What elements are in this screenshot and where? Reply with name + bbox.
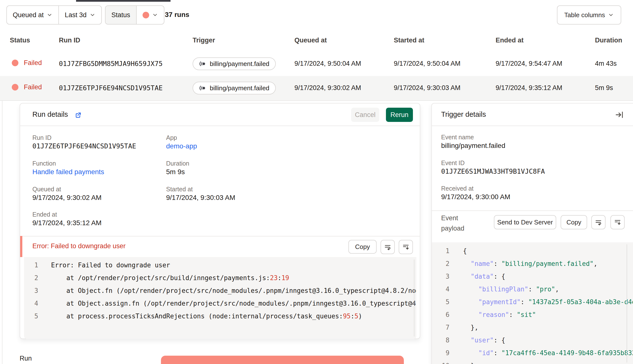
status-badge: Failed: [12, 59, 42, 67]
failed-status-dot: [12, 84, 18, 90]
json-string-value: "sit": [517, 311, 536, 318]
json-punct: :: [494, 260, 501, 267]
stack-line: 1Error: Failed to downgrade user: [34, 262, 170, 269]
trigger-event-name: billing/payment.failed: [210, 84, 270, 92]
copy-label: Copy: [355, 243, 370, 251]
run-details-title: Run details: [32, 110, 68, 118]
queued-at-cell: 9/17/2024, 9:50:04 AM: [294, 60, 361, 68]
time-range-filter-label: Last 3d: [65, 11, 86, 19]
chevron-down-icon: [90, 12, 96, 18]
json-punct: }: [463, 362, 474, 364]
stack-text: at /opt/render/project/src/build/inngest…: [51, 274, 270, 282]
table-row[interactable]: Failed 01J7ZFBG5DMM85MJA9H659JX75 billin…: [0, 52, 633, 76]
trigger-event-name: billing/payment.failed: [210, 60, 270, 68]
line-number: 4: [34, 300, 41, 307]
run-details-panel: Run details Cancel Rerun Run ID 01J7ZE6T…: [20, 103, 420, 339]
json-line: 8 "user": {: [438, 336, 505, 344]
json-key: "name": [470, 260, 494, 267]
stack-line: 2 at /opt/render/project/src/build/innge…: [34, 274, 289, 282]
cancel-button[interactable]: Cancel: [351, 108, 379, 122]
stack-text: at process.processTicksAndRejections (no…: [51, 312, 343, 320]
function-link[interactable]: Handle failed payments: [32, 168, 104, 176]
chevron-down-icon: [152, 12, 158, 18]
json-line: 2 "name": "billing/payment.failed",: [438, 260, 598, 267]
line-number: 10: [438, 362, 450, 364]
started-at-value: 9/17/2024, 9:30:03 AM: [166, 194, 235, 202]
rerun-button[interactable]: Rerun: [386, 108, 413, 122]
col-header-duration: Duration: [595, 36, 622, 44]
timeline-run-label: Run: [20, 355, 32, 362]
json-line: 9 "id": "17ca4ff6-45ea-4149-9b48-6fa935b…: [438, 349, 633, 357]
trigger-details-header: Trigger details: [432, 104, 633, 126]
ended-at-cell: 9/17/2024, 9:35:12 AM: [496, 84, 562, 92]
word-wrap-toggle-button[interactable]: [380, 240, 395, 254]
json-punct: ,: [555, 286, 559, 293]
json-string-value: "1437a25f-05a3-404a-ab3e-d4e6a8: [528, 298, 633, 306]
scroll-to-bottom-button[interactable]: [399, 240, 413, 254]
json-key: "reason": [478, 311, 509, 318]
status-filter-failed-dot: [142, 12, 149, 18]
json-punct: :: [509, 311, 517, 318]
col-header-run-id: Run ID: [59, 36, 80, 44]
json-punct: [463, 273, 470, 280]
json-punct: : {: [494, 273, 505, 280]
run-id-cell: 01J7ZE6TPJF6E94NCSD1V95TAE: [59, 84, 163, 92]
line-number: 2: [438, 260, 450, 267]
filter-toolbar: Queued at Last 3d Status 37 runs Table c…: [0, 0, 633, 31]
duration-cell: 4m 43s: [595, 60, 617, 68]
external-link-icon[interactable]: [74, 111, 82, 119]
json-punct: [463, 298, 478, 306]
copy-payload-button[interactable]: Copy: [560, 215, 587, 229]
stack-line: 3 at Object.fn (/opt/render/project/src/…: [34, 287, 416, 294]
app-link[interactable]: demo-app: [166, 142, 197, 150]
table-columns-button[interactable]: Table columns: [557, 6, 621, 24]
scroll-to-bottom-icon: [614, 218, 621, 226]
json-line: 7 },: [438, 324, 478, 331]
json-key: "data": [470, 273, 494, 280]
runs-count: 37 runs: [165, 11, 190, 19]
json-key: "paymentId": [478, 298, 521, 306]
table-row[interactable]: Failed 01J7ZE6TPJF6E94NCSD1V95TAE billin…: [0, 76, 633, 101]
queued-at-filter-dropdown[interactable]: Queued at: [7, 6, 58, 24]
word-wrap-toggle-button[interactable]: [591, 215, 606, 229]
line-number: 5: [34, 312, 41, 320]
status-text: Failed: [24, 59, 42, 67]
copy-error-button[interactable]: Copy: [348, 240, 376, 254]
started-at-cell: 9/17/2024, 9:30:03 AM: [394, 84, 460, 92]
stack-text: :: [350, 312, 354, 320]
scroll-to-bottom-button[interactable]: [610, 215, 625, 229]
trigger-badge[interactable]: billing/payment.failed: [192, 82, 276, 94]
line-number: 8: [438, 336, 450, 344]
json-key: "user": [470, 336, 494, 344]
line-number: 5: [438, 298, 450, 306]
stack-text: Error: Failed to downgrade user: [51, 262, 170, 269]
collapse-panel-icon[interactable]: [615, 110, 624, 119]
json-line: 10 }: [438, 362, 474, 364]
json-line: 3 "data": {: [438, 273, 505, 280]
trigger-badge[interactable]: billing/payment.failed: [192, 58, 276, 70]
status-filter-label-segment[interactable]: Status: [106, 6, 136, 24]
status-text: Failed: [24, 84, 42, 91]
json-key: "id": [478, 349, 494, 357]
status-filter-group: Status: [105, 6, 164, 24]
send-to-dev-server-button[interactable]: Send to Dev Server: [494, 215, 556, 229]
status-filter-value-dropdown[interactable]: [136, 6, 164, 24]
run-id-label: Run ID: [32, 134, 52, 141]
time-range-filter-dropdown[interactable]: Last 3d: [58, 6, 101, 24]
line-number: 1: [34, 262, 41, 269]
scrollbar[interactable]: [626, 244, 627, 362]
event-payload-label-line1: Event: [441, 214, 458, 222]
event-name-label: Event name: [441, 134, 474, 141]
ended-at-cell: 9/17/2024, 9:54:47 AM: [496, 60, 562, 68]
col-header-ended-at: Ended at: [496, 36, 524, 44]
app-label: App: [166, 134, 177, 141]
run-id-cell: 01J7ZFBG5DMM85MJA9H659JX75: [59, 60, 163, 68]
trigger-details-panel: Trigger details Event name billing/payme…: [431, 103, 633, 364]
run-timeline-bar[interactable]: [161, 356, 404, 364]
scrollbar[interactable]: [414, 260, 414, 336]
stack-trace-code-block[interactable]: 1Error: Failed to downgrade user 2 at /o…: [24, 257, 416, 339]
event-payload-code-block[interactable]: 1{ 2 "name": "billing/payment.failed", 3…: [432, 242, 633, 364]
stack-text: :: [278, 274, 282, 282]
json-string-value: "billing/payment.failed": [502, 260, 594, 267]
json-punct: :: [494, 349, 501, 357]
